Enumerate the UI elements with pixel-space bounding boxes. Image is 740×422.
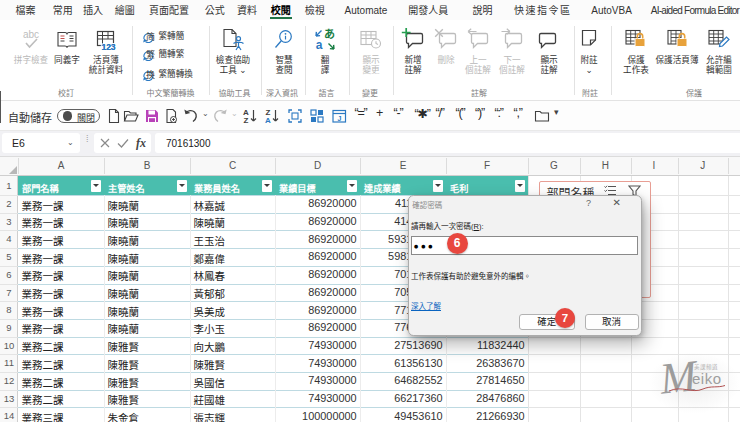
svg-text:繁: 繁 (145, 49, 154, 60)
svg-text:abc: abc (23, 29, 39, 40)
svg-text:A: A (265, 116, 271, 124)
svg-text:あ: あ (324, 28, 335, 40)
svg-text:简: 简 (145, 30, 154, 41)
svg-text:123: 123 (101, 42, 115, 51)
svg-text:a: a (316, 38, 323, 52)
svg-text:Z: Z (244, 116, 249, 124)
svg-text:换: 换 (145, 68, 154, 79)
svg-text:J: J (338, 115, 342, 122)
